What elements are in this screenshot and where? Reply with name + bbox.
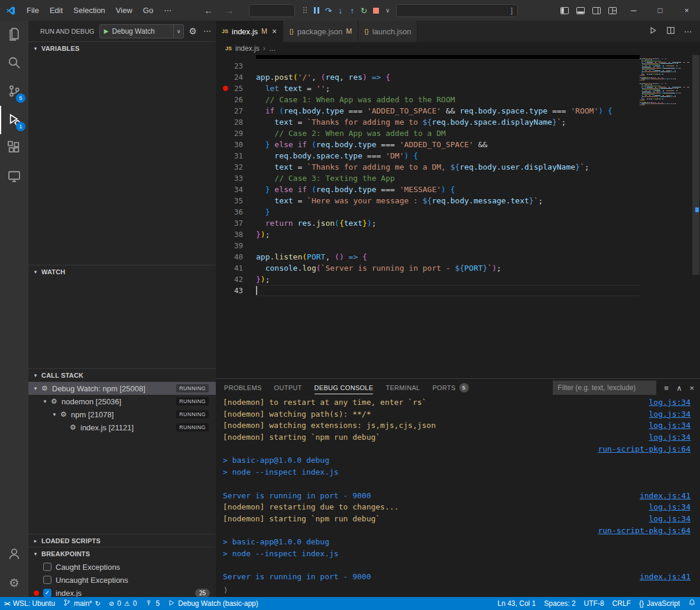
gutter-line-37[interactable]: 37 bbox=[216, 218, 256, 229]
toggle-sidebar-icon[interactable] bbox=[556, 0, 572, 21]
pause-button[interactable] bbox=[312, 4, 322, 18]
code-line-30[interactable]: 30 } else if (req.body.type === 'ADDED_T… bbox=[216, 139, 640, 150]
gutter-line-36[interactable]: 36 bbox=[216, 206, 256, 218]
code-line-27[interactable]: 27 if (req.body.type === 'ADDED_TO_SPACE… bbox=[216, 105, 640, 116]
activity-search[interactable] bbox=[0, 49, 28, 77]
gutter-line-33[interactable]: 33 bbox=[216, 173, 256, 184]
call-stack-session[interactable]: ▾⚙Debug Watch: npm [25008]RUNNING bbox=[28, 382, 216, 395]
debug-session-status[interactable]: Debug Watch (basic-app) bbox=[164, 597, 262, 610]
code-editor[interactable]: 2324app.post('/', (req, res) => {25 let … bbox=[216, 55, 700, 378]
code-line-43[interactable]: 43 bbox=[216, 285, 640, 296]
tab-ports[interactable]: PORTS 5 bbox=[432, 379, 468, 397]
source-link[interactable]: log.js:34 bbox=[649, 501, 691, 513]
source-link[interactable]: index.js:41 bbox=[640, 490, 691, 502]
maximize-button[interactable]: □ bbox=[647, 0, 673, 21]
menu-selection[interactable]: Selection bbox=[68, 6, 110, 15]
customize-layout-icon[interactable] bbox=[604, 0, 620, 21]
source-link[interactable]: run-script-pkg.js:64 bbox=[598, 525, 691, 537]
toggle-secondary-sidebar-icon[interactable] bbox=[588, 0, 604, 21]
gutter-line-35[interactable]: 35 bbox=[216, 195, 256, 206]
close-icon[interactable]: × bbox=[272, 27, 277, 36]
code-line-26[interactable]: 26 // Case 1: When App was added to the … bbox=[216, 94, 640, 105]
code-line-34[interactable]: 34 } else if (req.body.type === 'MESSAGE… bbox=[216, 184, 640, 195]
source-link[interactable]: run-script-pkg.js:64 bbox=[598, 443, 691, 455]
call-stack-session[interactable]: ▾⚙nodemon [25036]RUNNING bbox=[28, 395, 216, 408]
menu-file[interactable]: File bbox=[21, 6, 44, 15]
start-debugging-icon[interactable]: ▶ bbox=[104, 28, 109, 34]
source-link[interactable]: log.js:34 bbox=[649, 431, 691, 443]
menu-overflow-icon[interactable]: ⋯ bbox=[158, 6, 177, 15]
code-line-40[interactable]: 40app.listen(PORT, () => { bbox=[216, 251, 640, 262]
code-line-23[interactable]: 23 bbox=[216, 60, 640, 72]
code-line-35[interactable]: 35 text = `Here was your message : ${req… bbox=[216, 195, 640, 206]
eol-sequence[interactable]: CRLF bbox=[608, 597, 635, 610]
maximize-panel-icon[interactable]: ∧ bbox=[676, 384, 682, 392]
debug-repl-input[interactable]: ⟩ bbox=[216, 583, 700, 597]
indentation[interactable]: Spaces: 2 bbox=[540, 597, 579, 610]
views-more-actions-icon[interactable]: ⋯ bbox=[203, 27, 211, 35]
open-launch-json-gear-icon[interactable]: ⚙ bbox=[189, 26, 197, 37]
editor-scrollbar[interactable] bbox=[692, 55, 700, 378]
step-out-button[interactable]: ↑ bbox=[347, 4, 357, 18]
problems-indicator[interactable]: ⊘ 0 ⚠ 0 bbox=[105, 597, 141, 610]
code-line-36[interactable]: 36 } bbox=[216, 206, 640, 218]
menu-go[interactable]: Go bbox=[138, 6, 158, 15]
code-line-32[interactable]: 32 text = `Thanks for adding me to a DM,… bbox=[216, 161, 640, 173]
tab-package-json[interactable]: {} package.json M bbox=[283, 21, 358, 42]
chevron-down-icon[interactable]: ∨ bbox=[173, 25, 181, 38]
gutter-line-27[interactable]: 27 bbox=[216, 105, 256, 116]
loaded-scripts-section-header[interactable]: ▸ LOADED SCRIPTS bbox=[28, 534, 216, 547]
breakpoint-checkbox[interactable]: ✓ bbox=[43, 589, 51, 597]
activity-explorer[interactable] bbox=[0, 21, 28, 49]
code-line-33[interactable]: 33 // Case 3: Texting the App bbox=[216, 173, 640, 184]
watch-section-header[interactable]: ▾ WATCH bbox=[28, 265, 216, 278]
step-over-button[interactable]: ↷ bbox=[323, 4, 333, 18]
chevron-down-icon[interactable]: ∨ bbox=[383, 4, 393, 18]
forward-button[interactable]: → bbox=[225, 5, 234, 15]
code-line-37[interactable]: 37 return res.json({text}); bbox=[216, 218, 640, 229]
code-line-31[interactable]: 31 req.body.space.type === 'DM') { bbox=[216, 150, 640, 161]
activity-extensions[interactable] bbox=[0, 134, 28, 163]
source-link[interactable]: log.js:34 bbox=[649, 513, 691, 525]
breakpoint-checkbox[interactable] bbox=[43, 576, 51, 584]
code-line-29[interactable]: 29 // Case 2: When App was added to a DM bbox=[216, 128, 640, 139]
stop-button[interactable] bbox=[371, 4, 381, 18]
gutter-line-34[interactable]: 34 bbox=[216, 184, 256, 195]
call-stack-session[interactable]: ⚙index.js [21121]RUNNING bbox=[28, 421, 216, 434]
run-or-debug-icon[interactable] bbox=[649, 26, 657, 37]
command-center-secondary[interactable] bbox=[249, 4, 295, 17]
code-line-24[interactable]: 24app.post('/', (req, res) => { bbox=[216, 72, 640, 83]
breakpoint-checkbox[interactable] bbox=[43, 563, 51, 571]
tab-index-js[interactable]: JS index.js M × bbox=[216, 21, 283, 42]
breakpoints-section-header[interactable]: ▾ BREAKPOINTS bbox=[28, 547, 216, 560]
tab-launch-json[interactable]: {} launch.json bbox=[358, 21, 417, 42]
gutter-line-40[interactable]: 40 bbox=[216, 251, 256, 262]
minimize-button[interactable]: ─ bbox=[620, 0, 647, 21]
console-output[interactable]: [nodemon] to restart at any time, enter … bbox=[216, 397, 700, 583]
breadcrumb-file[interactable]: index.js bbox=[235, 44, 260, 53]
debug-config-dropdown[interactable]: ▶ Debug Watch ∨ bbox=[99, 24, 184, 38]
activity-source-control[interactable]: 5 bbox=[0, 77, 28, 106]
remote-indicator[interactable]: >< WSL: Ubuntu bbox=[0, 597, 59, 610]
gutter-line-29[interactable]: 29 bbox=[216, 128, 256, 139]
gutter-line-31[interactable]: 31 bbox=[216, 150, 256, 161]
menu-edit[interactable]: Edit bbox=[44, 6, 68, 15]
gutter-line-42[interactable]: 42 bbox=[216, 274, 256, 285]
toolbar-drag-handle[interactable] bbox=[300, 4, 310, 18]
gutter-line-23[interactable]: 23 bbox=[216, 60, 256, 72]
source-link[interactable]: log.js:34 bbox=[649, 397, 691, 408]
breadcrumb-symbol[interactable]: … bbox=[269, 44, 276, 53]
code-line-28[interactable]: 28 text = `Thanks for adding me to ${req… bbox=[216, 116, 640, 128]
language-mode[interactable]: {} JavaScript bbox=[635, 597, 684, 610]
restart-button[interactable]: ↻ bbox=[359, 4, 369, 18]
gutter-line-41[interactable]: 41 bbox=[216, 262, 256, 274]
gutter-line-32[interactable]: 32 bbox=[216, 161, 256, 173]
step-into-button[interactable]: ↓ bbox=[335, 4, 345, 18]
scrollbar-slider[interactable] bbox=[692, 55, 699, 275]
breakpoint-dot[interactable] bbox=[223, 86, 228, 91]
menu-view[interactable]: View bbox=[111, 6, 138, 15]
gutter-line-43[interactable]: 43 bbox=[216, 285, 256, 296]
tab-terminal[interactable]: TERMINAL bbox=[385, 379, 420, 397]
gutter-line-28[interactable]: 28 bbox=[216, 116, 256, 128]
minimap[interactable] bbox=[640, 55, 692, 378]
